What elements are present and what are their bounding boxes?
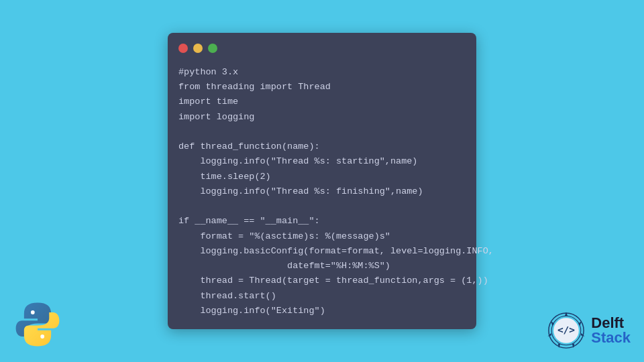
- svg-marker-5: [578, 321, 582, 326]
- svg-text:</>: </>: [557, 324, 575, 335]
- dot-yellow[interactable]: [193, 44, 203, 53]
- code-window: #python 3.x from threading import Thread…: [168, 33, 476, 330]
- dot-green[interactable]: [208, 44, 217, 53]
- svg-marker-9: [548, 333, 552, 337]
- delftstack-badge-icon: </>: [547, 311, 586, 350]
- stack-label: Stack: [591, 330, 631, 345]
- delftstack-text: Delft Stack: [591, 316, 631, 345]
- svg-point-0: [31, 310, 35, 314]
- dot-red[interactable]: [178, 44, 188, 53]
- svg-marker-10: [551, 321, 554, 326]
- code-block: #python 3.x from threading import Thread…: [178, 65, 466, 319]
- delftstack-logo: </> Delft Stack: [547, 311, 631, 350]
- delft-label: Delft: [591, 316, 631, 330]
- svg-point-1: [40, 335, 44, 339]
- title-bar: [178, 44, 466, 53]
- python-logo: [13, 300, 62, 349]
- svg-marker-6: [581, 333, 585, 337]
